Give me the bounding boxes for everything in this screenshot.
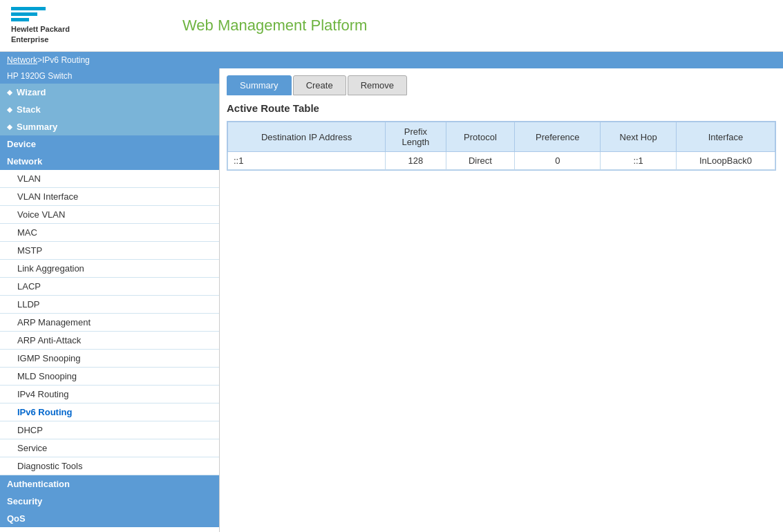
authentication-label-text: Authentication [7,479,70,489]
main-layout: HP 1920G Switch ◆ Wizard ◆ Stack ◆ Summa… [0,68,783,532]
logo-line1-text: Hewlett Packard [11,24,94,34]
sidebar-category-authentication[interactable]: Authentication [0,475,219,493]
content-area: Summary Create Remove Active Route Table… [220,68,783,532]
section-title: Active Route Table [227,102,776,114]
col-protocol: Protocol [446,122,515,152]
table-wrapper: Destination IP Address PrefixLength Prot… [227,122,775,170]
sidebar-item-stack[interactable]: ◆ Stack [0,101,219,118]
breadcrumb: Network > IPv6 Routing [0,52,783,68]
table-row: ::1 128 Direct 0 ::1 InLoopBack0 [228,152,775,170]
logo-text: Hewlett Packard Enterprise [11,24,94,44]
sidebar-item-link-aggregation[interactable]: Link Aggregation [0,260,219,278]
cell-destination: ::1 [228,152,386,170]
wizard-label: Wizard [17,87,46,97]
tab-summary[interactable]: Summary [227,75,292,95]
sidebar-category-device[interactable]: Device [0,135,219,153]
sidebar-item-vlan[interactable]: VLAN [0,170,219,188]
sidebar-item-ipv4-routing[interactable]: IPv4 Routing [0,386,219,403]
logo-lines [11,7,94,21]
sidebar-item-mstp[interactable]: MSTP [0,242,219,260]
sidebar-item-lacp[interactable]: LACP [0,278,219,296]
sidebar: HP 1920G Switch ◆ Wizard ◆ Stack ◆ Summa… [0,68,220,532]
col-prefix: PrefixLength [386,122,446,152]
sidebar-item-igmp-snooping[interactable]: IGMP Snooping [0,350,219,368]
sidebar-category-security[interactable]: Security [0,493,219,510]
sidebar-item-dhcp[interactable]: DHCP [0,421,219,439]
logo-line3 [11,18,29,21]
sidebar-item-service[interactable]: Service [0,439,219,457]
stack-label: Stack [17,104,41,115]
page-title: Web Management Platform [182,17,367,35]
breadcrumb-separator: > [37,55,42,65]
col-nexthop: Next Hop [601,122,677,152]
logo-line2 [11,12,37,16]
sidebar-item-voice-vlan[interactable]: Voice VLAN [0,206,219,224]
device-label-text: Device [7,139,36,149]
logo-line2-text: Enterprise [11,35,94,44]
page-header: Hewlett Packard Enterprise Web Managemen… [0,0,783,52]
tab-bar: Summary Create Remove [227,75,776,95]
network-label-text: Network [7,156,42,167]
logo-line1 [11,7,46,10]
cell-nexthop: ::1 [601,152,677,170]
sidebar-item-arp-management[interactable]: ARP Management [0,314,219,332]
logo-area: Hewlett Packard Enterprise Web Managemen… [11,7,367,45]
cell-prefix: 128 [386,152,446,170]
security-label-text: Security [7,496,42,506]
sidebar-category-network[interactable]: Network [0,153,219,170]
summary-icon: ◆ [7,123,12,131]
sidebar-item-mac[interactable]: MAC [0,224,219,242]
device-label: HP 1920G Switch [0,68,219,84]
sidebar-item-wizard[interactable]: ◆ Wizard [0,84,219,101]
breadcrumb-current: IPv6 Routing [42,55,90,65]
route-table: Destination IP Address PrefixLength Prot… [227,122,775,170]
col-interface: Interface [676,122,775,152]
sidebar-item-lldp[interactable]: LLDP [0,296,219,314]
sidebar-item-diagnostic-tools[interactable]: Diagnostic Tools [0,457,219,475]
stack-icon: ◆ [7,106,12,113]
cell-protocol: Direct [446,152,515,170]
sidebar-item-ipv6-routing[interactable]: IPv6 Routing [0,403,219,421]
tab-create[interactable]: Create [293,75,346,95]
route-table-body: ::1 128 Direct 0 ::1 InLoopBack0 [228,152,775,170]
qos-label-text: QoS [7,513,26,524]
logo-box: Hewlett Packard Enterprise [11,7,94,45]
cell-interface: InLoopBack0 [676,152,775,170]
sidebar-item-vlan-interface[interactable]: VLAN Interface [0,188,219,206]
col-destination: Destination IP Address [228,122,386,152]
tab-remove[interactable]: Remove [348,75,407,95]
sidebar-category-qos[interactable]: QoS [0,510,219,527]
cell-preference: 0 [515,152,601,170]
sidebar-item-arp-anti-attack[interactable]: ARP Anti-Attack [0,332,219,350]
summary-label: Summary [17,122,57,132]
breadcrumb-network[interactable]: Network [7,55,37,65]
wizard-icon: ◆ [7,88,12,96]
sidebar-item-mld-snooping[interactable]: MLD Snooping [0,368,219,386]
table-header-row: Destination IP Address PrefixLength Prot… [228,122,775,152]
sidebar-item-summary[interactable]: ◆ Summary [0,118,219,135]
table-container: Destination IP Address PrefixLength Prot… [227,121,776,171]
col-preference: Preference [515,122,601,152]
